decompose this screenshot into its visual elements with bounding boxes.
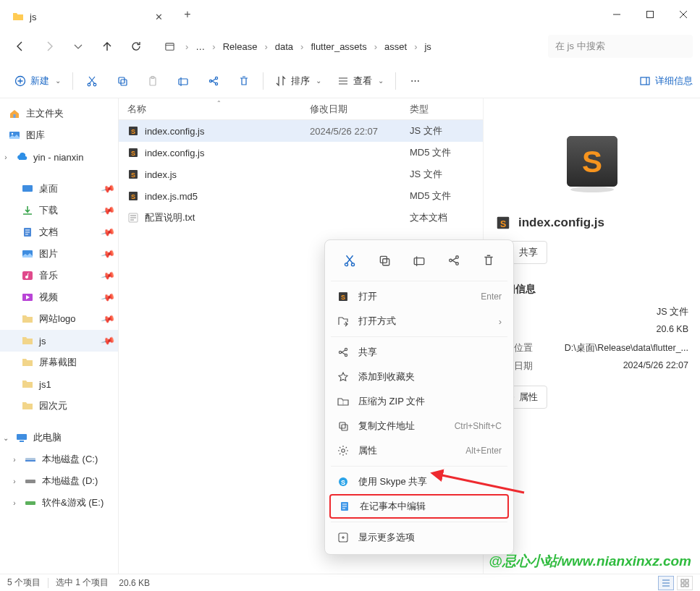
forward-button[interactable] xyxy=(36,33,62,59)
sidebar-desktop[interactable]: 桌面📌 xyxy=(0,178,118,200)
crumb-data[interactable]: data xyxy=(271,38,298,55)
crumb-flutter-assets[interactable]: flutter_assets xyxy=(306,38,371,55)
up-button[interactable] xyxy=(94,33,120,59)
svg-point-57 xyxy=(342,449,345,452)
view-thumbnails-button[interactable] xyxy=(677,576,693,590)
svg-text:S: S xyxy=(131,193,135,200)
chevron-down-icon[interactable]: ⌄ xyxy=(1,434,10,442)
cut-icon[interactable] xyxy=(337,249,363,272)
detail-row: 类型JS 文件 xyxy=(495,303,688,321)
file-name: index.config.js xyxy=(145,148,204,158)
ctx-skype[interactable]: S使用 Skype 共享 xyxy=(325,469,513,494)
refresh-button[interactable] xyxy=(123,33,149,59)
sidebar-documents[interactable]: 文档📌 xyxy=(0,221,118,243)
tab-close-icon[interactable]: ✕ xyxy=(155,12,163,22)
crumb-release[interactable]: Release xyxy=(219,38,262,55)
sidebar-downloads[interactable]: 下载📌 xyxy=(0,200,118,221)
new-label: 新建 xyxy=(30,75,49,88)
sidebar-pictures[interactable]: 图片📌 xyxy=(0,243,118,265)
ctx-share[interactable]: 共享 xyxy=(325,340,513,365)
sidebar-drive-e[interactable]: ›软件&游戏 (E:) xyxy=(0,492,118,514)
cut-button[interactable] xyxy=(77,68,106,94)
chevron-right-icon[interactable]: › xyxy=(10,456,19,464)
back-button[interactable] xyxy=(7,33,33,59)
ctx-notepad[interactable]: 在记事本中编辑 xyxy=(329,494,509,519)
sidebar-home[interactable]: 主文件夹 xyxy=(0,103,118,124)
new-button[interactable]: 新建 ⌄ xyxy=(7,68,68,94)
rename-button[interactable] xyxy=(169,68,198,94)
sidebar-gallery[interactable]: 图库 xyxy=(0,124,118,146)
divider xyxy=(331,522,507,522)
window-controls xyxy=(600,0,700,29)
column-type[interactable]: 类型 xyxy=(410,103,482,116)
sidebar-drive-d[interactable]: ›本地磁盘 (D:) xyxy=(0,470,118,492)
rename-icon[interactable] xyxy=(406,249,432,272)
ctx-copy-path[interactable]: 复制文件地址Ctrl+Shift+C xyxy=(325,414,513,438)
close-button[interactable] xyxy=(667,0,700,29)
details-toggle[interactable]: 详细信息 xyxy=(639,75,693,88)
share-icon[interactable] xyxy=(441,249,467,272)
sidebar-thispc-label: 此电脑 xyxy=(33,431,62,444)
ctx-open-with[interactable]: 打开方式› xyxy=(325,309,513,333)
sidebar-drive-c[interactable]: ›本地磁盘 (C:) xyxy=(0,448,118,470)
view-label: 查看 xyxy=(353,75,372,88)
file-icon: S xyxy=(127,147,139,158)
download-icon xyxy=(22,205,33,216)
share-button[interactable] xyxy=(199,68,228,94)
maximize-button[interactable] xyxy=(633,0,667,29)
svg-rect-74 xyxy=(686,579,688,582)
svg-point-52 xyxy=(345,348,347,350)
column-name[interactable]: 名称⌃ xyxy=(127,103,310,116)
pin-icon: 📌 xyxy=(100,333,115,349)
svg-rect-32 xyxy=(25,501,35,505)
svg-rect-44 xyxy=(380,256,387,263)
table-row[interactable]: Sindex.js JS 文件 xyxy=(119,163,483,185)
chevron-right-icon[interactable]: › xyxy=(10,477,19,485)
table-row[interactable]: Sindex.js.md5 MD5 文件 xyxy=(119,185,483,207)
sidebar-item-yuanciyuan[interactable]: 园次元 xyxy=(0,395,118,417)
sidebar-music[interactable]: 音乐📌 xyxy=(0,265,118,286)
chevron-right-icon: › xyxy=(499,316,502,327)
recent-locations-button[interactable] xyxy=(65,33,91,59)
copy-button[interactable] xyxy=(108,68,137,94)
copy-icon[interactable] xyxy=(371,249,397,272)
table-row[interactable]: Sindex.config.js 2024/5/26 22:07 JS 文件 xyxy=(119,120,483,142)
sidebar-item-logo[interactable]: 网站logo📌 xyxy=(0,308,118,330)
delete-button[interactable] xyxy=(229,68,258,94)
search-input[interactable]: 在 js 中搜索 xyxy=(548,35,693,58)
sidebar-item-js1[interactable]: js1 xyxy=(0,373,118,395)
ctx-open[interactable]: S打开Enter xyxy=(325,284,513,309)
file-name: index.js.md5 xyxy=(145,191,198,202)
delete-icon[interactable] xyxy=(476,249,502,272)
table-row[interactable]: 配置说明.txt 文本文档 xyxy=(119,207,483,229)
sidebar-item-screenshots[interactable]: 屏幕截图 xyxy=(0,352,118,373)
ctx-more[interactable]: 显示更多选项 xyxy=(325,525,513,550)
ctx-compress[interactable]: 压缩为 ZIP 文件 xyxy=(325,389,513,414)
more-button[interactable]: ⋯ xyxy=(400,68,429,94)
sidebar-onedrive[interactable]: › yin - nianxin xyxy=(0,146,118,168)
table-row[interactable]: Sindex.config.js MD5 文件 xyxy=(119,142,483,163)
sidebar-item-js[interactable]: js📌 xyxy=(0,330,118,352)
chevron-right-icon[interactable]: › xyxy=(10,499,19,507)
sidebar-videos[interactable]: 视频📌 xyxy=(0,286,118,308)
sidebar-thispc[interactable]: ⌄ 此电脑 xyxy=(0,427,118,448)
svg-point-42 xyxy=(345,263,347,266)
location-root-icon[interactable] xyxy=(156,33,182,59)
chevron-right-icon[interactable]: › xyxy=(1,153,10,161)
paste-button[interactable] xyxy=(138,68,167,94)
open-with-icon xyxy=(337,315,350,328)
view-button[interactable]: 查看 ⌄ xyxy=(330,68,391,94)
sidebar-item-label: 本地磁盘 (C:) xyxy=(42,453,98,466)
ctx-favorite[interactable]: 添加到收藏夹 xyxy=(325,365,513,389)
zip-icon xyxy=(337,395,350,408)
sort-button[interactable]: 排序 ⌄ xyxy=(268,68,329,94)
view-details-button[interactable] xyxy=(658,576,674,590)
crumb-asset[interactable]: asset xyxy=(380,38,411,55)
column-date[interactable]: 修改日期 xyxy=(310,103,410,116)
minimize-button[interactable] xyxy=(600,0,633,29)
crumb-js[interactable]: js xyxy=(420,38,435,55)
ctx-properties[interactable]: 属性Alt+Enter xyxy=(325,438,513,463)
crumb-ellipsis[interactable]: … xyxy=(191,38,209,55)
new-tab-button[interactable]: + xyxy=(177,4,198,25)
window-tab[interactable]: js ✕ xyxy=(4,4,171,29)
